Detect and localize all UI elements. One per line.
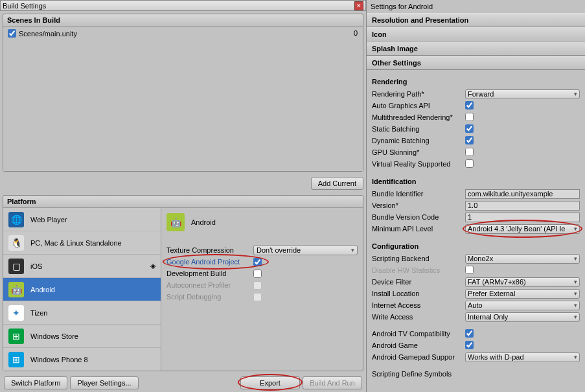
export-button[interactable]: Export	[240, 376, 300, 389]
android-game-checkbox[interactable]	[465, 341, 474, 349]
script-debug-checkbox[interactable]	[253, 293, 262, 301]
platform-header: Platform	[3, 196, 363, 208]
bundle-id-input[interactable]	[465, 189, 580, 199]
platform-item-winstore[interactable]: ⊞Windows Store	[3, 325, 161, 348]
section-resolution[interactable]: Resolution and Presentation	[367, 13, 585, 27]
autoconnect-checkbox[interactable]	[253, 281, 262, 290]
close-button[interactable]: ✕	[354, 1, 363, 10]
platform-item-android[interactable]: 🤖Android	[3, 278, 161, 301]
chevron-down-icon: ▾	[351, 247, 354, 253]
version-code-input[interactable]	[465, 213, 580, 222]
min-api-dropdown[interactable]: Android 4.3 'Jelly Bean' (API le▾	[465, 224, 580, 234]
script-debug-label: Script Debugging	[166, 293, 253, 301]
android-icon: 🤖	[166, 213, 185, 231]
dev-build-checkbox[interactable]	[253, 270, 262, 278]
gpu-skin-checkbox[interactable]	[465, 148, 474, 156]
google-android-label: Google Android Project	[166, 258, 253, 266]
platform-detail-title: Android	[191, 218, 216, 226]
google-android-checkbox[interactable]	[253, 258, 262, 266]
window-title: Build Settings	[3, 2, 46, 10]
scripting-backend-dropdown[interactable]: Mono2x▾	[465, 254, 580, 264]
scenes-list[interactable]: Scenes/main.unity 0	[3, 27, 363, 171]
section-other[interactable]: Other Settings	[367, 56, 585, 70]
build-and-run-button[interactable]: Build And Run	[303, 376, 362, 389]
section-icon[interactable]: Icon	[367, 27, 585, 41]
dev-build-label: Development Build	[166, 270, 253, 277]
unity-icon: ◈	[150, 262, 155, 270]
hw-stats-checkbox[interactable]	[465, 266, 474, 274]
autoconnect-label: Autoconnect Profiler	[166, 281, 253, 289]
rendering-path-dropdown[interactable]: Forward▾	[465, 89, 580, 99]
platform-item-ios[interactable]: ▢iOS◈	[3, 255, 161, 278]
switch-platform-button[interactable]: Switch Platform	[4, 376, 67, 389]
multithread-checkbox[interactable]	[465, 113, 474, 121]
platform-item-wp8[interactable]: ⊞Windows Phone 8	[3, 348, 161, 371]
platform-list[interactable]: 🌐Web Player 🐧PC, Mac & Linux Standalone …	[3, 208, 161, 371]
configuration-title: Configuration	[372, 242, 580, 250]
scene-name: Scenes/main.unity	[19, 30, 77, 38]
add-current-button[interactable]: Add Current	[311, 177, 363, 190]
texture-compression-label: Texture Compression	[166, 246, 253, 254]
section-splash[interactable]: Splash Image	[367, 41, 585, 56]
device-filter-dropdown[interactable]: FAT (ARMv7+x86)▾	[465, 277, 580, 287]
inspector-title: Settings for Android	[367, 0, 585, 13]
scene-row[interactable]: Scenes/main.unity 0	[5, 29, 361, 38]
gamepad-support-dropdown[interactable]: Works with D-pad▾	[465, 352, 580, 362]
android-tv-checkbox[interactable]	[465, 329, 474, 338]
vr-checkbox[interactable]	[465, 159, 474, 168]
identification-title: Identification	[372, 178, 580, 185]
rendering-title: Rendering	[372, 78, 580, 86]
platform-detail: 🤖 Android Texture Compression Don't over…	[161, 208, 363, 371]
window-titlebar: Build Settings ✕	[0, 0, 366, 11]
scene-checkbox[interactable]	[8, 29, 16, 38]
platform-item-webplayer[interactable]: 🌐Web Player	[3, 208, 161, 231]
dynamic-batch-checkbox[interactable]	[465, 136, 474, 144]
platform-item-standalone[interactable]: 🐧PC, Mac & Linux Standalone	[3, 231, 161, 255]
install-location-dropdown[interactable]: Prefer External▾	[465, 289, 580, 299]
player-settings-button[interactable]: Player Settings...	[70, 376, 138, 389]
platform-item-tizen[interactable]: ✦Tizen	[3, 301, 161, 325]
write-access-dropdown[interactable]: Internal Only▾	[465, 312, 580, 322]
scenes-header: Scenes In Build	[3, 14, 363, 27]
auto-gfx-checkbox[interactable]	[465, 101, 474, 110]
texture-compression-dropdown[interactable]: Don't override▾	[253, 245, 358, 255]
static-batch-checkbox[interactable]	[465, 124, 474, 133]
scene-index: 0	[354, 29, 358, 37]
internet-access-dropdown[interactable]: Auto▾	[465, 301, 580, 310]
version-input[interactable]	[465, 201, 580, 211]
inspector-panel: Settings for Android Resolution and Pres…	[366, 0, 585, 392]
